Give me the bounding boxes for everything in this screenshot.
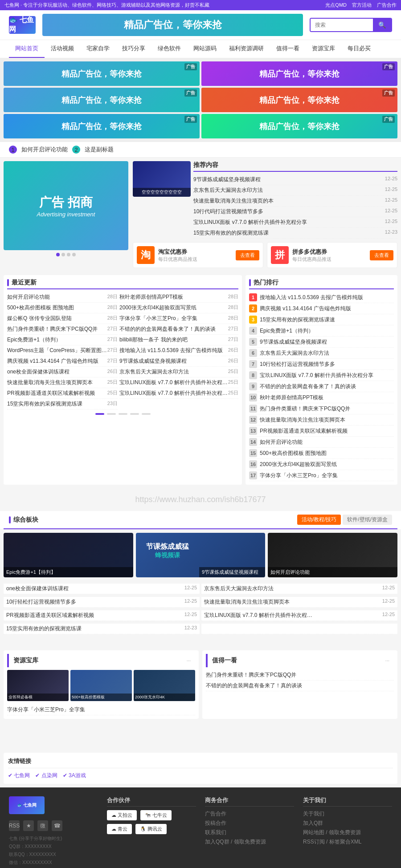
cl-link-2b[interactable]: 快速批量取消海关注焦注项页脚页本 [204,598,290,606]
r2-link-7[interactable]: 9节课炼成威猛坚身视频课程 [119,357,187,365]
about-link-4[interactable]: RSS订阅 / 标签聚合XML [303,838,392,846]
res-lib-more[interactable]: ··· [187,658,191,663]
worth-more[interactable]: ··· [385,658,389,663]
cl-link-4[interactable]: 15堂实用有效的的探视测览练课 [6,625,82,633]
biz-link-3[interactable]: 联系我们 [205,829,294,836]
nav-study[interactable]: 宅家自学 [80,40,116,58]
social-weibo[interactable]: 微 [37,820,48,831]
nav-source[interactable]: 网站源码 [187,40,223,58]
r2-link-2[interactable]: 2000张无水印4K超验双面写景纸 [119,304,196,312]
cl-link-3[interactable]: PR视频影遥通道关联区域素解析视频 [6,612,94,619]
nav-welfare[interactable]: 福利资源调研 [223,40,270,58]
card-2[interactable]: 节课炼成威猛 蜂视频课 9节课炼成威猛坚视频课程 [136,533,266,577]
r2-link-4[interactable]: 不错的的的盒装网盘看备来了！真的谈谈 [119,325,216,333]
top-link-activity[interactable]: 官方活动 [352,2,372,8]
page-dot-2[interactable] [107,413,116,415]
social-star[interactable]: ★ [23,820,34,831]
about-link-3[interactable]: 网站地图 / 领取免费资源 [303,829,392,836]
rank-link-6[interactable]: 京东售后天大漏洞去水印方法 [260,349,394,357]
page-dot-4[interactable] [130,413,139,415]
cl-link-3b[interactable]: 宝玖LINUX面版 v7.7.0 解析什共插件补次程分享 [204,612,315,619]
rank-link-5[interactable]: 9节课炼成威猛坚身视频课程 [260,338,394,346]
rank-link-11[interactable]: 热门身件类重磅！腾庆来下PC版QQ并 [260,405,394,413]
rank-link-1[interactable]: 搜地输入法 v11.5.0.5369 去报广告模炸纯版 [260,294,394,301]
biz-link-2[interactable]: 投稿合作 [205,819,294,827]
top-link-qmd[interactable]: 光点QMD [325,2,347,8]
search-button[interactable]: 🔍 [373,19,391,31]
res-thumb-3[interactable]: 2000张无水印4K [134,670,195,701]
nav-home[interactable]: 网站首页 [9,40,45,58]
social-rss[interactable]: RSS [9,820,20,831]
about-link-2[interactable]: 加入Q群 [303,819,392,827]
r-link-2[interactable]: 500+枚高价图模板 图预地图 [7,304,74,312]
nav-worth[interactable]: 值得一看 [270,40,306,58]
dot-2[interactable] [61,253,65,256]
ad-banner-6[interactable]: 精品广告位，等你来抢 广告 [201,114,397,138]
nav-video[interactable]: 活动视频 [45,40,80,58]
worth-link-2[interactable]: 不错的的的盒装网盘有备来了！真的谈谈 [206,682,302,689]
r2-link-10[interactable]: 宝玖LINUX面板 v7.7.0 解析什共插件补次程分享 [119,389,228,397]
page-dot-active[interactable] [95,413,104,415]
rank-link-10[interactable]: 秋叶老师原创情高PPT模板 [260,394,394,402]
top-link-ad[interactable]: 广告合作 [377,2,397,8]
cl-link-1[interactable]: one枚全面保建体训练课程 [6,585,69,592]
news-link-4[interactable]: 10行代码打运营视频情节多多 [193,208,263,215]
r-link-6[interactable]: WordPress主题「CorePress」买断置图参集 [7,347,107,354]
r-link-5[interactable]: Epic免费游+1（待判） [7,336,61,344]
tab-software[interactable]: 软件/壁纸/资源盒 [343,515,392,525]
dot-3[interactable] [67,253,70,256]
friend-link-3[interactable]: 3A游戏 [63,772,86,779]
ad-banner-1[interactable]: 精品广告位，等你来抢 广告 [4,61,200,86]
ad-banner-4[interactable]: 精品广告位，等你来抢 广告 [201,88,397,112]
about-link-1[interactable]: 关于我们 [303,810,392,818]
rank-link-14[interactable]: 如何开启评论功能 [260,438,394,446]
news-link-1[interactable]: 9节课炼成威猛坚身视频课程 [193,176,261,183]
rank-link-16[interactable]: 2000张无水印4K超验双面写景纸 [260,461,394,468]
featured-ad[interactable]: 广告 招商 Advertising investment [4,161,128,250]
biz-link-1[interactable]: 广告合作 [205,810,294,818]
social-qq[interactable]: ☎ [52,820,62,831]
news-link-6[interactable]: 15堂实用有效的的探视测览练课 [193,229,269,237]
rank-link-12[interactable]: 快速批量取消海关注焦注项页脚页本 [260,416,394,424]
nav-daily[interactable]: 每日必买 [341,40,377,58]
r-link-10[interactable]: PR视频影遥通道关联区域素解析视频 [7,389,95,397]
cl-link-1b[interactable]: 京东售后天大漏洞去水印方法 [204,585,274,592]
r2-link-1[interactable]: 秋叶老师原创情高PPT模板 [119,293,183,301]
page-dot-3[interactable] [119,413,127,415]
cl-link-2[interactable]: 10行轻松打运营视频情节多多 [6,598,76,606]
r-link-4[interactable]: 热门身件类重磅！腾庆来下PC版QQ并 [7,325,98,333]
res-thumb-1[interactable]: 业答辩必备模 [7,670,69,701]
r-link-7[interactable]: 腾庆视频 v11.34.4164 广告端色炸纯版 [7,357,98,365]
rank-link-9[interactable]: 不错的的的盒装网盘有备来了！真的谈谈 [260,383,394,390]
r-link-3[interactable]: 媒公帐Q 张传专业国队登陆 [7,315,72,322]
r2-link-6[interactable]: 搜地输入法 v11.5.0.5369 去报广告模炸纯版 [119,347,223,354]
card-3[interactable]: 如何开启评论功能 [268,533,397,577]
nav-tips[interactable]: 技巧分享 [116,40,151,58]
r2-link-8[interactable]: 京东售后天大漏洞去水印方法 [119,368,189,376]
r-link-1[interactable]: 如何开启评论功能 [7,293,50,301]
ad-banner-5[interactable]: 精品广告位，等你来抢 广告 [4,114,200,138]
r2-link-9[interactable]: 宝玖LINUX面板 v7.7.0 解析什共插件补次程分享 [119,379,228,386]
tab-activity[interactable]: 活动/教程/技巧 [297,515,341,525]
r2-link-5[interactable]: bilibili那独一条子 我的来的吧 [119,336,188,344]
rank-link-7[interactable]: 10行轻松打远运营视频情节多多 [260,361,394,368]
news-card-1[interactable]: 空空空空空空空空空 [133,161,191,197]
friend-link-1[interactable]: 七鱼网 [8,772,30,779]
biz-link-4[interactable]: 加入QQ群 / 领取免费资源 [205,838,294,846]
r-link-9[interactable]: 快速批量取消海关注焦注项页脚页本 [7,379,93,386]
res-lib-link-1[interactable]: 字体分享「小米三芝Pro」全字集 [7,706,85,713]
rank-link-3[interactable]: 15堂实用有效的探视测览练课速 [260,316,394,324]
nav-resource[interactable]: 资源宝库 [306,40,341,58]
r2-link-3[interactable]: 字体分享「小米三芝Pro」全字集 [119,315,197,322]
news-link-2[interactable]: 京东售后天大漏洞去水印方法 [193,187,263,194]
nav-software[interactable]: 绿色软件 [151,40,187,58]
r-link-11[interactable]: 15堂实用有效的采探视测览练课 [7,400,82,408]
dot-4[interactable] [72,253,76,256]
res-thumb-2[interactable]: 500+枚高价图模板 [70,670,132,701]
promo-btn-1[interactable]: 去查看 [236,250,259,260]
r-link-8[interactable]: one枚全面保健体训练课程 [7,368,70,376]
ad-banner-3[interactable]: 精品广告位，等你来抢 广告 [4,88,200,112]
card-1[interactable]: Epic免费游+1【待判】 [4,533,133,577]
page-dot-5[interactable] [142,413,151,415]
friend-link-2[interactable]: 点染网 [35,772,57,779]
